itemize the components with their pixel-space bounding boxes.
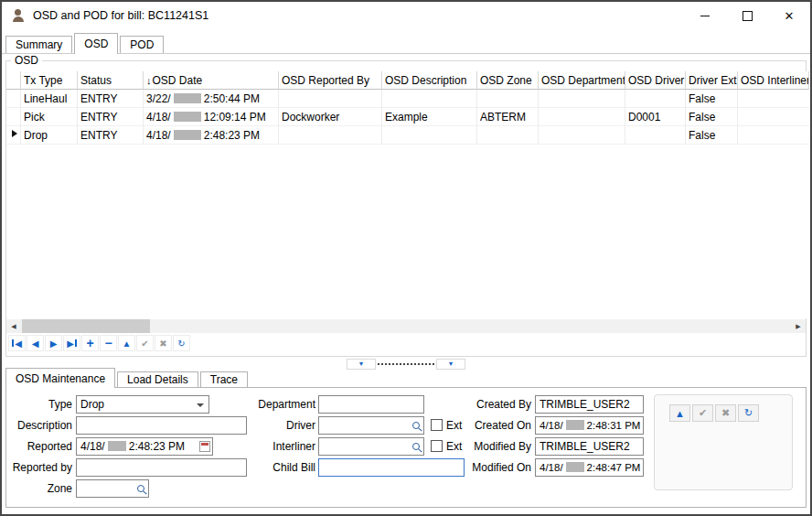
window-controls: ✕ bbox=[684, 2, 810, 29]
nav-last-button[interactable]: ▶ bbox=[63, 335, 80, 351]
maximize-button[interactable] bbox=[726, 2, 768, 29]
top-tabstrip: Summary OSD POD bbox=[5, 33, 166, 54]
nav-insert-button[interactable]: + bbox=[81, 335, 99, 351]
cell-osd-description bbox=[382, 90, 477, 108]
cell-osd-zone: ABTERM bbox=[477, 108, 539, 126]
grid-row-current[interactable]: Drop ENTRY 4/18/2:48:23 PM False bbox=[6, 126, 809, 145]
detail-cancel-button[interactable]: ✖ bbox=[715, 404, 736, 422]
row-indicator-cell bbox=[6, 126, 21, 145]
created-by-input[interactable]: TRIMBLE_USER2 bbox=[535, 395, 644, 414]
interliner-ext-checkbox[interactable] bbox=[431, 440, 443, 452]
redacted-year bbox=[566, 462, 584, 472]
grid-row[interactable]: LineHaul ENTRY 3/22/2:50:44 PM False bbox=[6, 90, 809, 108]
modified-on-label: Modified On bbox=[462, 458, 531, 477]
modified-by-value: TRIMBLE_USER2 bbox=[540, 440, 630, 453]
detail-navigator: ▲ ✔ ✖ ↻ bbox=[669, 404, 759, 422]
app-icon-body bbox=[13, 16, 24, 22]
tab-load-details[interactable]: Load Details bbox=[117, 371, 198, 387]
nav-post-button[interactable]: ✔ bbox=[136, 335, 154, 351]
reported-by-label: Reported by bbox=[6, 458, 72, 477]
zone-input[interactable] bbox=[76, 479, 149, 498]
edit-record-icon: ▲ bbox=[123, 339, 132, 349]
detail-refresh-button[interactable]: ↻ bbox=[738, 404, 759, 422]
splitter-collapse-left-button[interactable]: ▼ bbox=[347, 359, 376, 370]
column-header-status[interactable]: Status bbox=[78, 71, 144, 90]
department-input[interactable] bbox=[318, 395, 424, 414]
cell-osd-date: 4/18/12:09:14 PM bbox=[144, 108, 279, 126]
cell-osd-reported-by bbox=[279, 90, 382, 108]
created-on-input[interactable]: 4/18/2:48:31 PM bbox=[535, 416, 644, 435]
column-header-osd-driver[interactable]: OSD Driver bbox=[625, 71, 686, 90]
app-icon[interactable] bbox=[11, 8, 26, 23]
minimize-button[interactable] bbox=[684, 2, 726, 29]
redacted-year bbox=[566, 420, 584, 430]
grid-row[interactable]: Pick ENTRY 4/18/12:09:14 PM Dockworker E… bbox=[6, 108, 809, 126]
zone-lookup-button[interactable] bbox=[134, 482, 147, 495]
splitter-collapse-right-button[interactable]: ▼ bbox=[436, 359, 465, 370]
post-edit-icon: ✔ bbox=[141, 339, 148, 349]
redacted-year bbox=[174, 130, 201, 140]
date-suffix: 2:48:31 PM bbox=[587, 420, 641, 431]
interliner-label: Interliner bbox=[237, 437, 315, 456]
tab-osd[interactable]: OSD bbox=[74, 33, 118, 54]
driver-ext-checkbox[interactable] bbox=[431, 419, 443, 431]
reported-datetime-input[interactable]: 4/18/2:48:23 PM bbox=[76, 437, 213, 456]
date-picker-icon[interactable] bbox=[199, 441, 210, 452]
insert-record-icon: + bbox=[86, 336, 93, 350]
chevron-down-icon[interactable] bbox=[197, 403, 204, 407]
tab-pod[interactable]: POD bbox=[120, 36, 164, 53]
nav-edit-button[interactable]: ▲ bbox=[118, 335, 135, 351]
column-header-osd-reported-by[interactable]: OSD Reported By bbox=[279, 71, 382, 90]
cell-osd-interliner bbox=[738, 90, 809, 108]
title-bar[interactable]: OSD and POD for bill: BC11241S1 ✕ bbox=[2, 2, 810, 29]
date-prefix: 4/18/ bbox=[540, 420, 563, 431]
child-bill-input[interactable] bbox=[318, 458, 465, 477]
date-suffix: 2:48:23 PM bbox=[204, 129, 260, 142]
column-header-tx-type[interactable]: Tx Type bbox=[21, 71, 78, 90]
column-header-osd-interliner[interactable]: OSD Interliner bbox=[738, 71, 809, 90]
nav-refresh-button[interactable]: ↻ bbox=[173, 335, 190, 351]
column-header-driver-ext[interactable]: Driver Ext bbox=[686, 71, 738, 90]
osd-grid: Tx Type Status ↓OSD Date OSD Reported By… bbox=[6, 71, 809, 318]
interliner-input[interactable] bbox=[318, 437, 424, 456]
magnifier-icon bbox=[137, 485, 144, 492]
nav-delete-button[interactable]: − bbox=[100, 335, 117, 351]
scroll-left-button[interactable]: ◀ bbox=[6, 319, 21, 333]
refresh-icon: ↻ bbox=[177, 339, 185, 349]
description-input[interactable] bbox=[76, 416, 247, 435]
driver-lookup-button[interactable] bbox=[409, 419, 422, 432]
date-prefix: 4/18/ bbox=[540, 462, 563, 473]
close-button[interactable]: ✕ bbox=[768, 2, 810, 29]
interliner-lookup-button[interactable] bbox=[409, 440, 422, 453]
cancel-edit-icon: ✖ bbox=[721, 407, 730, 419]
tab-osd-maintenance[interactable]: OSD Maintenance bbox=[5, 368, 115, 388]
scroll-right-button[interactable]: ▶ bbox=[791, 319, 806, 333]
date-prefix: 4/18/ bbox=[146, 111, 171, 124]
column-header-osd-date[interactable]: ↓OSD Date bbox=[144, 71, 279, 90]
cell-osd-reported-by bbox=[279, 126, 382, 145]
scrollbar-thumb[interactable] bbox=[22, 319, 150, 333]
nav-prior-button[interactable]: ◀ bbox=[27, 335, 44, 351]
driver-input[interactable] bbox=[318, 416, 424, 435]
modified-by-input[interactable]: TRIMBLE_USER2 bbox=[535, 437, 644, 456]
detail-edit-button[interactable]: ▲ bbox=[669, 404, 690, 422]
cell-osd-date: 4/18/2:48:23 PM bbox=[144, 126, 279, 145]
splitter-grip[interactable] bbox=[378, 363, 434, 365]
type-combobox[interactable]: Drop bbox=[76, 395, 209, 414]
cell-osd-zone bbox=[477, 126, 539, 145]
column-header-osd-description[interactable]: OSD Description bbox=[382, 71, 477, 90]
nav-cancel-button[interactable]: ✖ bbox=[155, 335, 172, 351]
detail-post-button[interactable]: ✔ bbox=[692, 404, 713, 422]
column-header-osd-department[interactable]: OSD Department bbox=[539, 71, 625, 90]
tab-summary[interactable]: Summary bbox=[5, 36, 72, 53]
nav-first-button[interactable]: ◀ bbox=[8, 335, 26, 351]
grid-header-row: Tx Type Status ↓OSD Date OSD Reported By… bbox=[6, 71, 809, 90]
delete-record-icon: − bbox=[104, 336, 112, 350]
modified-on-input[interactable]: 4/18/2:48:47 PM bbox=[535, 458, 644, 477]
tab-trace[interactable]: Trace bbox=[200, 371, 248, 387]
nav-next-button[interactable]: ▶ bbox=[45, 335, 62, 351]
horizontal-scrollbar[interactable]: ◀ ▶ bbox=[6, 319, 806, 333]
type-value: Drop bbox=[80, 398, 104, 411]
reported-by-input[interactable] bbox=[76, 458, 247, 477]
column-header-osd-zone[interactable]: OSD Zone bbox=[477, 71, 539, 90]
